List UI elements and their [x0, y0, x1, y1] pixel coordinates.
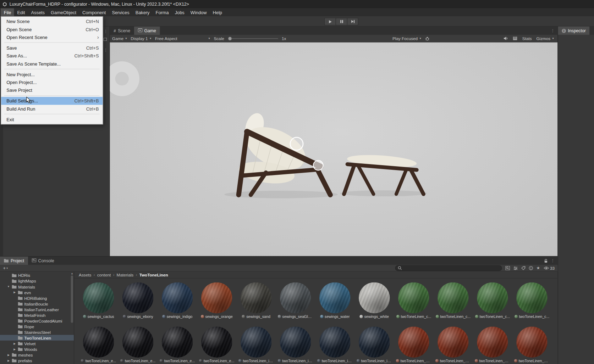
gizmos-dropdown[interactable]: Gizmos ▾ [536, 36, 554, 41]
pause-button[interactable] [336, 18, 347, 25]
restore-panel-icon[interactable] [103, 38, 107, 41]
file-menu-item-open-scene[interactable]: Open SceneCtrl+O [1, 26, 103, 33]
asset-thumbnail[interactable]: sewings_white [356, 282, 392, 323]
file-menu-item-new-project[interactable]: New Project... [1, 71, 103, 78]
folder-expand-icon[interactable]: ▶ [13, 291, 16, 294]
asset-thumbnail[interactable]: twoToneLinen_ind... [238, 326, 274, 364]
menubar-item-gameobject[interactable]: GameObject [48, 8, 79, 16]
folder-collapse-icon[interactable]: ▼ [7, 285, 10, 288]
asset-thumbnail[interactable]: sewings_ebony [120, 282, 156, 323]
asset-thumbnail[interactable]: twoToneLinen_or... [396, 326, 432, 364]
vsync-grid-icon[interactable] [513, 37, 518, 40]
tab-project[interactable]: Project [0, 257, 28, 265]
asset-thumbnail[interactable]: twoToneLinen_c... [435, 282, 471, 323]
tree-item-hdribaking[interactable]: HDRiBaking [0, 295, 74, 301]
asset-thumbnail[interactable]: twoToneLinen_c... [514, 282, 550, 323]
asset-thumbnail[interactable]: twoToneLinen_c... [474, 282, 511, 323]
asset-thumbnail[interactable]: twoToneLinen_ind... [277, 326, 313, 364]
tree-item-hdris[interactable]: HDRis [0, 273, 74, 278]
menubar-item-assets[interactable]: Assets [28, 8, 48, 16]
tab-console[interactable]: Console [28, 257, 58, 265]
tree-item-lightmaps[interactable]: lightMaps [0, 278, 74, 284]
file-menu-item-build-and-run[interactable]: Build And RunCtrl+B [1, 105, 103, 113]
mute-audio-icon[interactable] [503, 36, 508, 40]
breadcrumb-item-content[interactable]: content [97, 273, 111, 277]
game-display-mode-dropdown[interactable]: Game ▾ [112, 36, 127, 41]
file-menu-item-build-settings[interactable]: Build Settings...Ctrl+Shift+B [1, 97, 103, 105]
project-search-input[interactable] [395, 265, 502, 271]
tab-game[interactable]: Game [134, 27, 160, 35]
menubar-item-window[interactable]: Window [187, 8, 210, 16]
favorite-search-icon[interactable]: ★ [537, 266, 540, 270]
step-button[interactable] [347, 18, 358, 25]
aspect-ratio-dropdown[interactable]: Free Aspect ▾ [155, 36, 210, 41]
create-asset-button[interactable]: + ▾ [3, 265, 8, 271]
asset-thumbnail[interactable]: sewings_sand [238, 282, 274, 323]
asset-thumbnail[interactable]: sewings_orange [198, 282, 235, 323]
asset-thumbnail[interactable]: sewings_cactus [80, 282, 116, 323]
asset-thumbnail[interactable]: twoToneLinen_e... [198, 326, 235, 364]
folder-expand-icon[interactable]: ▶ [13, 342, 16, 345]
menubar-item-jobs[interactable]: Jobs [172, 8, 187, 16]
file-menu-item-save-as-scene-template[interactable]: Save As Scene Template... [1, 60, 103, 68]
tree-item-stainlesssteel[interactable]: StainlessSteel [0, 329, 74, 335]
tree-item-italianboucle[interactable]: ItalianBoucle [0, 301, 74, 307]
scroll-up-icon[interactable]: ▲ [70, 272, 74, 275]
debug-icon[interactable] [425, 36, 429, 41]
tree-item-velvet[interactable]: ▶Velvet [0, 341, 74, 346]
stats-button[interactable]: Stats [522, 36, 532, 41]
scale-slider[interactable] [228, 36, 278, 41]
file-menu-item-save-as[interactable]: Save As...Ctrl+Shift+S [1, 52, 103, 60]
breadcrumb-item-materials[interactable]: Materials [117, 273, 134, 277]
asset-thumbnail[interactable]: twoToneLinen_or... [474, 326, 511, 364]
asset-thumbnail[interactable]: twoToneLinen_ind... [356, 326, 392, 364]
asset-thumbnail[interactable]: sewings_water [317, 282, 353, 323]
tree-item-twotonelinen[interactable]: TwoToneLinen [0, 335, 74, 341]
asset-thumbnail[interactable]: sewings_indigo [159, 282, 195, 323]
tree-scrollbar[interactable]: ▲ [70, 272, 74, 364]
menubar-item-services[interactable]: Services [109, 8, 132, 16]
scrollbar-thumb[interactable] [71, 275, 73, 323]
menubar-item-forma[interactable]: Forma [153, 8, 172, 16]
asset-thumbnail[interactable]: twoToneLinen_e... [120, 326, 156, 364]
search-by-type-icon[interactable] [513, 266, 518, 270]
menubar-item-file[interactable]: File [1, 8, 14, 16]
asset-thumbnail[interactable]: twoToneLinen_e... [159, 326, 195, 364]
file-menu-item-save-project[interactable]: Save Project [1, 86, 103, 94]
tab-scene[interactable]: #Scene [110, 27, 134, 35]
asset-thumbnail[interactable]: twoToneLinen_or... [435, 326, 471, 364]
tree-item-metalfinish[interactable]: MetalFinish [0, 312, 74, 318]
panel-menu-icon[interactable]: ⋮ [104, 29, 108, 33]
play-button[interactable] [324, 18, 336, 25]
tab-inspector[interactable]: i Inspector [558, 27, 590, 35]
search-in-window-icon[interactable] [505, 266, 510, 270]
tree-item-woods[interactable]: ▶Woods [0, 346, 74, 352]
breadcrumb-item-twotonelinen[interactable]: TwoToneLinen [139, 273, 168, 277]
search-by-label-icon[interactable] [521, 266, 526, 270]
folder-expand-icon[interactable]: ▶ [7, 353, 10, 357]
asset-thumbnail[interactable]: sewings_seaGlass [277, 282, 313, 323]
panel-menu-icon[interactable]: ⋮ [551, 29, 557, 33]
file-menu-item-open-recent-scene[interactable]: Open Recent Scene› [1, 33, 103, 41]
file-menu-item-exit[interactable]: Exit [1, 116, 103, 123]
file-menu-item-save[interactable]: SaveCtrl+S [1, 44, 103, 52]
file-menu-item-open-project[interactable]: Open Project... [1, 78, 103, 86]
menubar-item-help[interactable]: Help [210, 8, 225, 16]
game-viewport[interactable] [110, 43, 558, 256]
asset-thumbnail[interactable]: twoToneLinen_c... [396, 282, 432, 323]
tree-item-materials[interactable]: ▼Materials [0, 284, 74, 290]
preset-icon[interactable] [529, 266, 533, 270]
asset-thumbnail[interactable]: twoToneLinen_or... [514, 326, 550, 364]
menubar-item-bakery[interactable]: Bakery [132, 8, 153, 16]
tree-item-powdercoatedalumi[interactable]: PowderCoatedAlumi [0, 318, 74, 324]
panel-menu-icon[interactable]: ⋮ [104, 49, 108, 52]
breadcrumb-item-assets[interactable]: Assets [79, 273, 91, 277]
folder-expand-icon[interactable]: ▶ [7, 359, 10, 362]
tree-item-prefabs[interactable]: ▶prefabs [0, 358, 74, 363]
slider-knob[interactable] [228, 37, 232, 40]
asset-thumbnail[interactable]: twoToneLinen_e... [80, 326, 116, 364]
folder-expand-icon[interactable]: ▶ [13, 348, 16, 351]
lock-icon[interactable] [544, 259, 548, 263]
asset-thumbnail[interactable]: twoToneLinen_ind... [317, 326, 353, 364]
file-menu-item-new-scene[interactable]: New SceneCtrl+N [1, 17, 103, 25]
